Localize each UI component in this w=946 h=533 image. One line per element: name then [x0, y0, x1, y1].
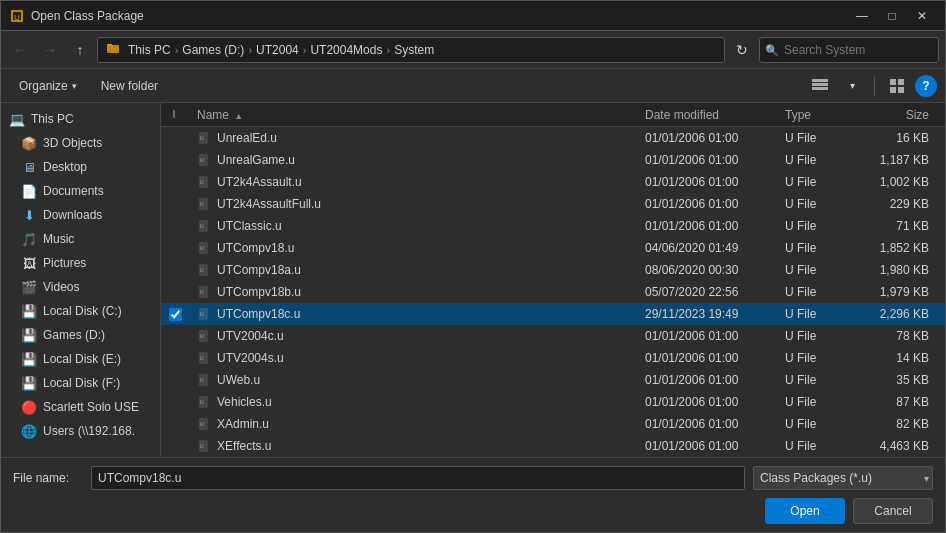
maximize-button[interactable]: □	[877, 1, 907, 31]
breadcrumb-thispc[interactable]: This PC	[126, 43, 173, 57]
file-name: UnrealEd.u	[217, 131, 645, 145]
filetype-select[interactable]: Class Packages (*.u)All Files (*.*)	[753, 466, 933, 490]
sidebar-label-local-e: Local Disk (E:)	[43, 352, 121, 366]
breadcrumb-games[interactable]: Games (D:)	[180, 43, 246, 57]
new-folder-label: New folder	[101, 79, 158, 93]
svg-rect-5	[812, 79, 828, 82]
view-list-button[interactable]	[806, 73, 834, 99]
close-button[interactable]: ✕	[907, 1, 937, 31]
refresh-button[interactable]: ↻	[729, 37, 755, 63]
breadcrumb-ut2004[interactable]: UT2004	[254, 43, 301, 57]
minimize-button[interactable]: —	[847, 1, 877, 31]
sidebar-item-this-pc[interactable]: 💻 This PC	[1, 107, 160, 131]
file-type: U File	[785, 373, 865, 387]
cancel-button[interactable]: Cancel	[853, 498, 933, 524]
sidebar-label-games-d: Games (D:)	[43, 328, 105, 342]
file-size: 1,187 KB	[865, 153, 945, 167]
table-row[interactable]: UUT2k4Assault.u01/01/2006 01:00U File1,0…	[161, 171, 945, 193]
size-col-header[interactable]: Size	[865, 108, 945, 122]
new-folder-button[interactable]: New folder	[91, 73, 168, 99]
table-row[interactable]: UUTCompv18c.u29/11/2023 19:49U File2,296…	[161, 303, 945, 325]
table-row[interactable]: UUWeb.u01/01/2006 01:00U File35 KB	[161, 369, 945, 391]
sidebar-item-music[interactable]: 🎵 Music	[1, 227, 160, 251]
sidebar-label-music: Music	[43, 232, 74, 246]
table-row[interactable]: UUTClassic.u01/01/2006 01:00U File71 KB	[161, 215, 945, 237]
table-row[interactable]: UVehicles.u01/01/2006 01:00U File87 KB	[161, 391, 945, 413]
svg-text:U: U	[200, 289, 204, 295]
sidebar-item-3d-objects[interactable]: 📦 3D Objects	[1, 131, 160, 155]
type-col-header[interactable]: Type	[785, 108, 865, 122]
file-type: U File	[785, 395, 865, 409]
sidebar-item-local-f[interactable]: 💾 Local Disk (F:)	[1, 371, 160, 395]
sidebar-item-videos[interactable]: 🎬 Videos	[1, 275, 160, 299]
file-size: 35 KB	[865, 373, 945, 387]
file-size: 78 KB	[865, 329, 945, 343]
file-size: 4,463 KB	[865, 439, 945, 453]
sidebar-item-local-c[interactable]: 💾 Local Disk (C:)	[1, 299, 160, 323]
check-col-header	[169, 107, 197, 122]
filename-input[interactable]	[91, 466, 745, 490]
file-type: U File	[785, 351, 865, 365]
users-net-icon: 🌐	[21, 423, 37, 439]
name-col-header[interactable]: Name ▲	[197, 108, 645, 122]
table-row[interactable]: UUTV2004c.u01/01/2006 01:00U File78 KB	[161, 325, 945, 347]
file-name: UTCompv18c.u	[217, 307, 645, 321]
sidebar-item-pictures[interactable]: 🖼 Pictures	[1, 251, 160, 275]
file-size: 16 KB	[865, 131, 945, 145]
file-name: UTCompv18.u	[217, 241, 645, 255]
downloads-icon: ⬇	[21, 207, 37, 223]
local-e-icon: 💾	[21, 351, 37, 367]
sidebar-label-desktop: Desktop	[43, 160, 87, 174]
file-size: 1,002 KB	[865, 175, 945, 189]
view-tiles-button[interactable]	[883, 73, 911, 99]
table-row[interactable]: UUTV2004s.u01/01/2006 01:00U File14 KB	[161, 347, 945, 369]
file-size: 82 KB	[865, 417, 945, 431]
up-button[interactable]: ↑	[67, 37, 93, 63]
sidebar-item-users-net[interactable]: 🌐 Users (\\192.168.	[1, 419, 160, 443]
file-icon: U	[197, 416, 213, 432]
sidebar-item-documents[interactable]: 📄 Documents	[1, 179, 160, 203]
svg-text:U: U	[200, 135, 204, 141]
date-col-header[interactable]: Date modified	[645, 108, 785, 122]
sidebar-label-local-c: Local Disk (C:)	[43, 304, 122, 318]
file-date: 01/01/2006 01:00	[645, 219, 785, 233]
file-name: UT2k4AssaultFull.u	[217, 197, 645, 211]
help-button[interactable]: ?	[915, 75, 937, 97]
file-type: U File	[785, 153, 865, 167]
file-size: 1,979 KB	[865, 285, 945, 299]
table-row[interactable]: UUTCompv18a.u08/06/2020 00:30U File1,980…	[161, 259, 945, 281]
sidebar-item-local-e[interactable]: 💾 Local Disk (E:)	[1, 347, 160, 371]
organize-button[interactable]: Organize ▾	[9, 73, 87, 99]
table-row[interactable]: UUTCompv18.u04/06/2020 01:49U File1,852 …	[161, 237, 945, 259]
breadcrumb-ut2004mods[interactable]: UT2004Mods	[308, 43, 384, 57]
file-icon: U	[197, 174, 213, 190]
sidebar-item-downloads[interactable]: ⬇ Downloads	[1, 203, 160, 227]
back-button[interactable]: ←	[7, 37, 33, 63]
toolbar: Organize ▾ New folder ▾	[1, 69, 945, 103]
title-bar-controls: — □ ✕	[847, 1, 937, 31]
table-row[interactable]: UUnrealEd.u01/01/2006 01:00U File16 KB	[161, 127, 945, 149]
svg-text:U: U	[200, 311, 204, 317]
forward-button[interactable]: →	[37, 37, 63, 63]
search-input[interactable]	[759, 37, 939, 63]
table-row[interactable]: UUTCompv18b.u05/07/2020 22:56U File1,979…	[161, 281, 945, 303]
table-row[interactable]: UUT2k4AssaultFull.u01/01/2006 01:00U Fil…	[161, 193, 945, 215]
table-row[interactable]: UUnrealGame.u01/01/2006 01:00U File1,187…	[161, 149, 945, 171]
open-button[interactable]: Open	[765, 498, 845, 524]
row-checkbox[interactable]	[169, 308, 182, 321]
file-size: 1,980 KB	[865, 263, 945, 277]
sidebar-item-games-d[interactable]: 💾 Games (D:)	[1, 323, 160, 347]
breadcrumb-system[interactable]: System	[392, 43, 436, 57]
breadcrumb-folder-icon	[104, 41, 122, 58]
file-date: 01/01/2006 01:00	[645, 329, 785, 343]
sidebar-item-desktop[interactable]: 🖥 Desktop	[1, 155, 160, 179]
file-date: 01/01/2006 01:00	[645, 417, 785, 431]
column-headers: Name ▲ Date modified Type Size	[161, 103, 945, 127]
svg-text:U: U	[200, 267, 204, 273]
sidebar-item-scarlett[interactable]: 🔴 Scarlett Solo USE	[1, 395, 160, 419]
view-chevron-button[interactable]: ▾	[838, 73, 866, 99]
file-date: 01/01/2006 01:00	[645, 197, 785, 211]
table-row[interactable]: UXAdmin.u01/01/2006 01:00U File82 KB	[161, 413, 945, 435]
svg-text:U: U	[200, 245, 204, 251]
table-row[interactable]: UXEffects.u01/01/2006 01:00U File4,463 K…	[161, 435, 945, 457]
